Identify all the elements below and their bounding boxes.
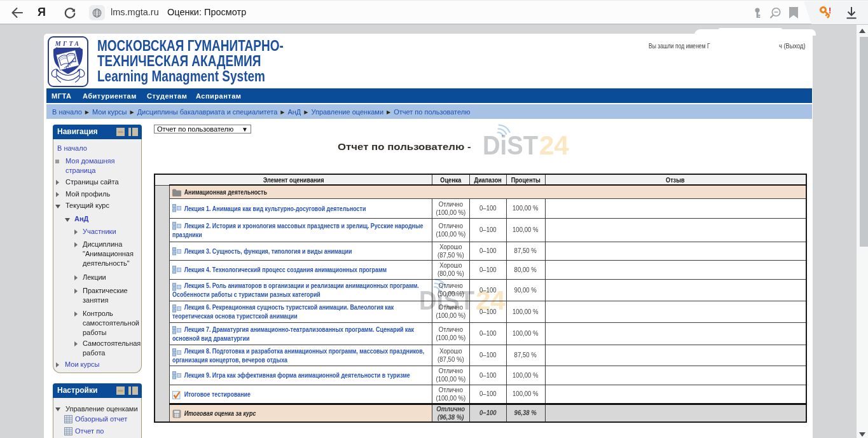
svg-text:МГТА: МГТА <box>55 40 81 47</box>
svg-text:!: ! <box>829 6 831 15</box>
